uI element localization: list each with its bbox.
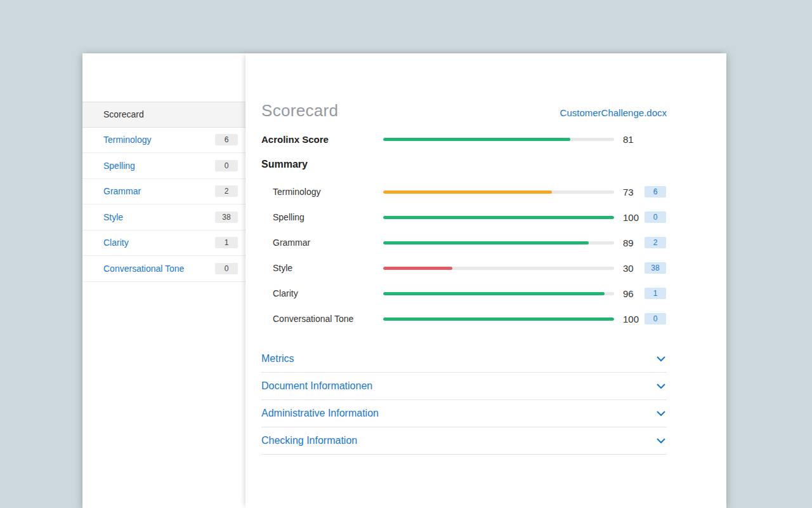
issue-badge[interactable]: 1: [645, 288, 666, 299]
summary-row-style: Style 30 38: [261, 255, 667, 281]
page-title: Scorecard: [261, 101, 338, 121]
sidebar-item-label: Terminology: [103, 135, 151, 145]
summary-block: Terminology 73 6 Spelling 100 0 Grammar: [261, 179, 667, 331]
chevron-down-icon: [657, 438, 667, 444]
score-bar-fill: [383, 292, 605, 295]
summary-row-label: Spelling: [261, 212, 383, 222]
section-label: Metrics: [261, 353, 294, 364]
chevron-down-icon: [657, 356, 667, 362]
section-label: Document Informationen: [261, 380, 372, 392]
sidebar-item-spelling[interactable]: Spelling 0: [82, 153, 246, 179]
score-bar-fill: [383, 318, 614, 321]
issue-count-badge: 1: [215, 237, 238, 248]
main-header: Scorecard CustomerChallenge.docx: [261, 101, 667, 121]
scorecard-window: Scorecard Terminology 6 Spelling 0 Gramm…: [82, 53, 726, 508]
issue-badge[interactable]: 0: [645, 211, 666, 223]
summary-row-clarity: Clarity 96 1: [261, 281, 667, 306]
score-bar-track: [383, 216, 614, 219]
issue-count-badge: 6: [215, 134, 238, 145]
summary-row-label: Terminology: [261, 187, 383, 197]
acrolinx-score-row: Acrolinx Score 81: [261, 130, 667, 149]
summary-row-label: Conversational Tone: [261, 314, 383, 324]
summary-row-label: Clarity: [261, 288, 383, 298]
acrolinx-score-label: Acrolinx Score: [261, 134, 383, 145]
accordion-sections: Metrics Document Informationen Administr…: [261, 345, 667, 455]
sidebar-item-clarity[interactable]: Clarity 1: [82, 231, 246, 257]
acrolinx-score-value: 81: [623, 134, 643, 145]
score-value: 73: [623, 187, 643, 197]
score-value: 100: [623, 314, 643, 324]
section-label: Administrative Information: [261, 408, 379, 419]
chevron-down-icon: [657, 411, 667, 417]
score-bar-fill: [383, 190, 552, 194]
acrolinx-score-bar-fill: [383, 138, 570, 141]
score-bar-fill: [383, 216, 614, 219]
issue-count-badge: 2: [215, 185, 238, 197]
sidebar-item-label: Spelling: [103, 161, 135, 171]
issue-count-badge: 0: [215, 160, 238, 171]
sidebar-item-label: Grammar: [103, 186, 141, 196]
score-bar-track: [383, 241, 614, 244]
section-document-information[interactable]: Document Informationen: [261, 373, 667, 400]
score-bar-track: [383, 318, 614, 321]
summary-row-grammar: Grammar 89 2: [261, 230, 667, 255]
score-value: 30: [623, 263, 643, 274]
sidebar-item-style[interactable]: Style 38: [82, 204, 246, 231]
issue-badge[interactable]: 38: [645, 262, 666, 274]
score-value: 89: [623, 237, 643, 248]
main-panel: Scorecard CustomerChallenge.docx Acrolin…: [246, 53, 726, 508]
score-value: 100: [623, 212, 643, 223]
summary-row-label: Style: [261, 263, 383, 273]
section-label: Checking Information: [261, 435, 357, 446]
issue-badge[interactable]: 6: [645, 186, 666, 197]
issue-badge[interactable]: 0: [645, 313, 666, 324]
acrolinx-score-bar-track: [383, 138, 614, 141]
score-bar-track: [383, 292, 614, 295]
summary-row-label: Grammar: [261, 237, 383, 248]
section-administrative-information[interactable]: Administrative Information: [261, 400, 667, 427]
issue-count-badge: 0: [215, 263, 238, 274]
issue-count-badge: 38: [215, 211, 238, 223]
sidebar-item-label: Scorecard: [103, 109, 144, 119]
score-bar-track: [383, 267, 614, 270]
sidebar: Scorecard Terminology 6 Spelling 0 Gramm…: [82, 53, 246, 508]
summary-row-spelling: Spelling 100 0: [261, 204, 667, 230]
sidebar-item-label: Clarity: [103, 237, 129, 248]
summary-row-conversational-tone: Conversational Tone 100 0: [261, 306, 667, 331]
issue-badge[interactable]: 2: [645, 237, 666, 248]
section-metrics[interactable]: Metrics: [261, 345, 667, 373]
score-bar-track: [383, 190, 614, 194]
summary-row-terminology: Terminology 73 6: [261, 179, 667, 204]
score-value: 96: [623, 288, 643, 299]
document-link[interactable]: CustomerChallenge.docx: [560, 107, 667, 118]
summary-heading: Summary: [261, 155, 667, 174]
section-checking-information[interactable]: Checking Information: [261, 427, 667, 455]
sidebar-item-conversational-tone[interactable]: Conversational Tone 0: [82, 256, 246, 282]
score-bar-fill: [383, 267, 452, 270]
sidebar-item-label: Style: [103, 212, 123, 222]
sidebar-item-scorecard[interactable]: Scorecard: [82, 102, 246, 128]
sidebar-item-label: Conversational Tone: [103, 264, 184, 274]
sidebar-item-terminology[interactable]: Terminology 6: [82, 128, 246, 154]
chevron-down-icon: [657, 384, 667, 389]
score-bar-fill: [383, 241, 589, 244]
sidebar-item-grammar[interactable]: Grammar 2: [82, 179, 246, 205]
